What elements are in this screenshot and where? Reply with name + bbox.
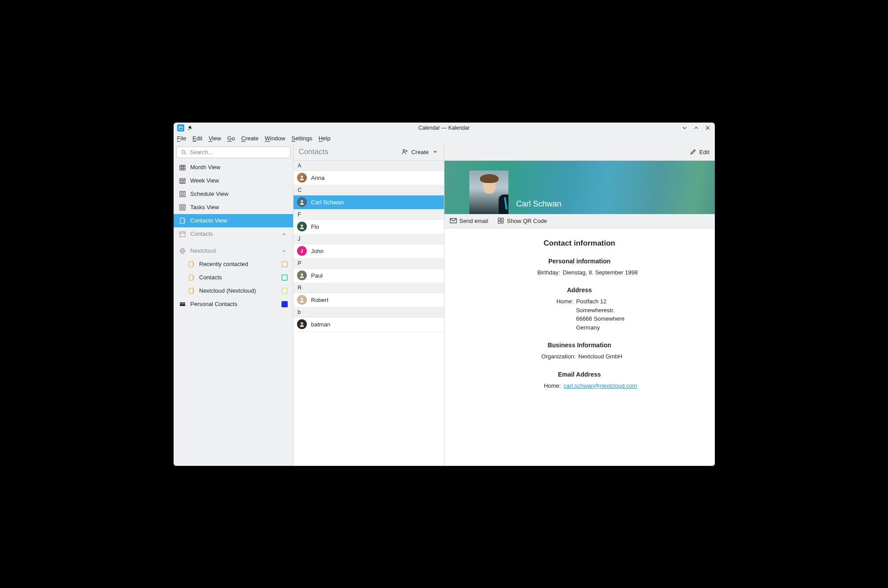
sidebar-item-recently-contacted[interactable]: Recently contacted — [174, 258, 293, 271]
contact-list-header: Contacts Create — [293, 144, 444, 161]
svg-rect-62 — [501, 222, 502, 223]
titlebar: Calendar — Kalendar — [174, 123, 715, 133]
svg-rect-37 — [193, 276, 194, 277]
contact-section-letter: P — [293, 258, 444, 269]
contact-detail-panel: Edit Carl Schwan Send email Show QR Code… — [444, 144, 715, 466]
sidebar-item-week-view[interactable]: Week View — [174, 174, 293, 187]
sidebar-item-personal-contacts[interactable]: Personal Contacts — [174, 298, 293, 311]
svg-line-4 — [185, 153, 186, 155]
menu-view[interactable]: View — [209, 135, 221, 142]
sidebar-item-contacts[interactable]: Contacts — [174, 271, 293, 284]
menubar: File Edit View Go Create Window Settings… — [174, 133, 715, 144]
edit-button[interactable]: Edit — [690, 148, 709, 155]
app-icon — [177, 124, 184, 131]
folder-icon — [188, 261, 195, 268]
svg-point-54 — [301, 322, 303, 325]
detail-header: Edit — [444, 144, 715, 161]
svg-point-49 — [301, 176, 303, 178]
contact-section-letter: J — [293, 234, 444, 244]
contact-name: batman — [311, 321, 330, 328]
sidebar: Search... Month View Week View Schedule … — [174, 144, 293, 466]
contact-list-panel: Contacts Create AAnnaCCarl SchwanFFloJJJ… — [293, 144, 444, 466]
sidebar-label: Tasks View — [190, 204, 219, 211]
avatar — [297, 319, 307, 329]
menu-settings[interactable]: Settings — [291, 135, 312, 142]
search-input[interactable]: Search... — [176, 147, 290, 158]
color-checkbox[interactable] — [281, 261, 288, 267]
maximize-icon[interactable] — [693, 124, 700, 131]
sidebar-item-tasks-view[interactable]: Tasks View — [174, 201, 293, 214]
close-icon[interactable] — [704, 124, 711, 131]
menu-edit[interactable]: Edit — [192, 135, 202, 142]
create-button[interactable]: Create — [401, 148, 438, 155]
contact-section-letter: A — [293, 161, 444, 171]
svg-point-50 — [301, 200, 303, 203]
color-checkbox[interactable] — [281, 301, 288, 307]
list-icon — [179, 204, 186, 211]
sidebar-item-nextcloud-nextcloud[interactable]: Nextcloud (Nextcloud) — [174, 284, 293, 298]
organization-label: Organization: — [537, 352, 576, 361]
avatar — [297, 222, 307, 231]
sidebar-label: Personal Contacts — [190, 301, 238, 307]
show-qr-button[interactable]: Show QR Code — [497, 217, 547, 224]
svg-rect-24 — [184, 219, 185, 220]
email-heading: Email Address — [455, 371, 704, 378]
chevron-up-icon — [281, 230, 288, 238]
contact-row[interactable]: Paul — [293, 269, 444, 283]
sidebar-label: Contacts View — [190, 217, 227, 224]
birthday-value: Dienstag, 8. September 1998 — [563, 268, 638, 277]
contact-row[interactable]: Anna — [293, 171, 444, 185]
contact-info: Contact information Personal information… — [444, 228, 715, 401]
sidebar-section-contacts[interactable]: Contacts — [174, 227, 293, 241]
qr-icon — [497, 217, 504, 224]
sidebar-section-nextcloud[interactable]: Nextcloud — [174, 244, 293, 258]
contact-name: Carl Schwan — [311, 199, 344, 206]
svg-rect-58 — [498, 221, 500, 223]
menu-window[interactable]: Window — [265, 135, 285, 142]
sidebar-label: Week View — [190, 177, 219, 184]
contact-section-letter: C — [293, 185, 444, 195]
svg-rect-44 — [180, 302, 185, 306]
contact-row[interactable]: batman — [293, 318, 444, 332]
svg-rect-34 — [193, 264, 194, 265]
sidebar-label: Month View — [190, 164, 221, 171]
menu-file[interactable]: File — [177, 135, 186, 142]
contact-info-heading: Contact information — [455, 239, 704, 248]
sidebar-label: Nextcloud — [190, 247, 216, 254]
card-icon — [179, 301, 186, 308]
sidebar-label: Recently contacted — [199, 261, 249, 267]
sidebar-label: Contacts — [190, 230, 213, 237]
sidebar-item-schedule-view[interactable]: Schedule View — [174, 187, 293, 201]
menu-go[interactable]: Go — [227, 135, 235, 142]
search-icon — [180, 149, 187, 156]
chevron-up-icon — [281, 247, 288, 254]
create-label: Create — [411, 149, 428, 155]
show-qr-label: Show QR Code — [507, 218, 547, 224]
menu-help[interactable]: Help — [318, 135, 330, 142]
contact-name: Robert — [311, 297, 329, 303]
contact-section-letter: b — [293, 307, 444, 318]
email-link[interactable]: carl.schwan@nextcloud.com — [563, 382, 637, 389]
contact-row[interactable]: Carl Schwan — [293, 195, 444, 210]
birthday-label: Birthday: — [521, 268, 560, 277]
pin-icon[interactable] — [187, 124, 194, 131]
contact-row[interactable]: Robert — [293, 293, 444, 307]
avatar — [297, 270, 307, 280]
color-checkbox[interactable] — [281, 288, 288, 294]
sidebar-item-contacts-view[interactable]: Contacts View — [174, 214, 293, 227]
sidebar-item-month-view[interactable]: Month View — [174, 161, 293, 174]
minimize-icon[interactable] — [681, 124, 688, 131]
svg-point-51 — [301, 225, 303, 227]
svg-point-53 — [301, 298, 303, 300]
send-email-button[interactable]: Send email — [450, 217, 488, 224]
svg-rect-5 — [180, 165, 185, 170]
search-placeholder: Search... — [190, 149, 213, 155]
app-window: Calendar — Kalendar File Edit View Go Cr… — [174, 123, 715, 466]
contact-list: AAnnaCCarl SchwanFFloJJJohnPPaulRRobertb… — [293, 161, 444, 332]
menu-create[interactable]: Create — [241, 135, 258, 142]
calendar-month-icon — [179, 164, 186, 171]
color-checkbox[interactable] — [281, 274, 288, 281]
contact-row[interactable]: Flo — [293, 220, 444, 234]
contact-row[interactable]: JJohn — [293, 244, 444, 258]
svg-rect-25 — [184, 220, 185, 221]
